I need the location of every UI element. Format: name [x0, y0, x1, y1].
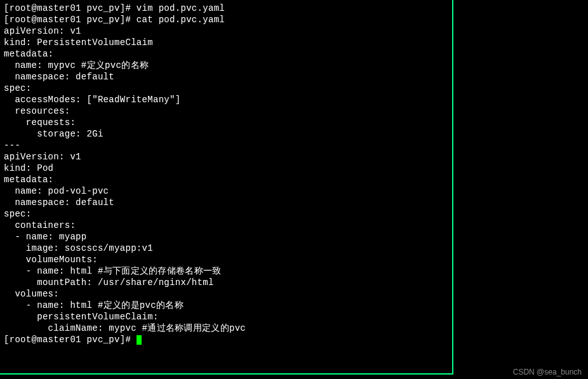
shell-prompt: [root@master01 pvc_pv]#	[4, 3, 137, 13]
yaml-output-line: resources:	[4, 105, 448, 117]
yaml-output-line: apiVersion: v1	[4, 25, 448, 37]
yaml-output-line: metadata:	[4, 174, 448, 185]
terminal-right-pane[interactable]	[453, 0, 588, 379]
yaml-output-line: namespace: default	[4, 197, 448, 208]
yaml-output-line: containers:	[4, 220, 448, 231]
yaml-output-line: claimName: mypvc #通过名称调用定义的pvc	[4, 322, 448, 334]
yaml-output-line: spec:	[4, 83, 448, 94]
yaml-output-line: mountPath: /usr/share/nginx/html	[4, 277, 448, 288]
terminal-container: [root@master01 pvc_pv]# vim pod.pvc.yaml…	[0, 0, 588, 379]
yaml-output-line: volumeMounts:	[4, 254, 448, 265]
yaml-output-line: name: mypvc #定义pvc的名称	[4, 60, 448, 71]
yaml-output-line: apiVersion: v1	[4, 151, 448, 163]
shell-prompt: [root@master01 pvc_pv]#	[4, 15, 137, 25]
terminal-line: [root@master01 pvc_pv]#	[4, 334, 448, 345]
command-text: vim pod.pvc.yaml	[137, 3, 225, 13]
yaml-output-line: - name: html #与下面定义的存储卷名称一致	[4, 265, 448, 277]
yaml-output-line: volumes:	[4, 288, 448, 300]
yaml-output-line: requests:	[4, 117, 448, 128]
terminal-left-pane[interactable]: [root@master01 pvc_pv]# vim pod.pvc.yaml…	[0, 0, 453, 375]
yaml-output-line: namespace: default	[4, 71, 448, 83]
yaml-output-line: persistentVolumeClaim:	[4, 311, 448, 322]
terminal-line: [root@master01 pvc_pv]# vim pod.pvc.yaml	[4, 3, 448, 14]
yaml-output-line: - name: myapp	[4, 231, 448, 243]
yaml-output-line: ---	[4, 140, 448, 151]
yaml-output-line: metadata:	[4, 48, 448, 60]
shell-prompt: [root@master01 pvc_pv]#	[4, 335, 137, 345]
watermark-text: CSDN @sea_bunch	[513, 368, 582, 376]
yaml-output-line: name: pod-vol-pvc	[4, 185, 448, 197]
yaml-output-line: kind: PersistentVolumeClaim	[4, 37, 448, 48]
command-text: cat pod.pvc.yaml	[137, 15, 225, 25]
yaml-output-line: image: soscscs/myapp:v1	[4, 243, 448, 254]
yaml-output-line: spec:	[4, 208, 448, 220]
yaml-output-line: accessModes: ["ReadWriteMany"]	[4, 94, 448, 105]
cursor-icon	[137, 335, 142, 345]
yaml-output-line: storage: 2Gi	[4, 128, 448, 140]
yaml-output-line: - name: html #定义的是pvc的名称	[4, 300, 448, 311]
yaml-output-line: kind: Pod	[4, 163, 448, 174]
terminal-line: [root@master01 pvc_pv]# cat pod.pvc.yaml	[4, 14, 448, 25]
